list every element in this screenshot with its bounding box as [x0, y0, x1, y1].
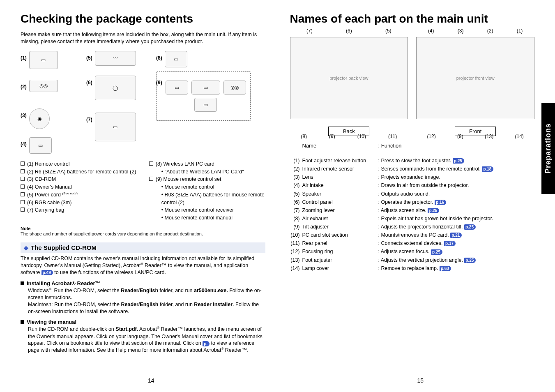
diamond-icon: ◆ [24, 244, 28, 251]
part-name: Tilt adjuster [302, 223, 378, 231]
page-ref[interactable]: p. [203, 341, 210, 346]
part-function: : Connects external devices. p.17 [378, 240, 535, 247]
page-ref[interactable]: p.25 [453, 158, 464, 164]
page-ref[interactable]: p.25 [464, 224, 476, 230]
checklist-subitem: • "About the Wireless LAN PC Card" [161, 168, 265, 176]
part-name: Lens [302, 173, 378, 181]
pkg-item-1: (1) ▭ [21, 51, 58, 69]
page-spread: Checking the package contents Please mak… [0, 0, 555, 392]
checklist-item: (3) CD-ROM [21, 175, 137, 183]
text: Viewing the manual [27, 319, 76, 325]
page-ref[interactable]: p.18 [482, 166, 493, 172]
pkg-item-9: (9) ▭ ▭ ◎◎ ▭ [156, 76, 247, 117]
page-ref[interactable]: p.63 [440, 266, 451, 271]
square-bullet-icon [21, 281, 24, 285]
part-number: (10) [290, 231, 302, 239]
intro-text: Please make sure that the following item… [21, 31, 265, 45]
part-number: (9) [290, 223, 302, 231]
callouts-bottom: (8)(9)(10)(11) [290, 134, 408, 139]
page-ref[interactable]: p.17 [444, 241, 456, 246]
checklist-item: (7) Carrying bag [21, 206, 137, 214]
part-number: (8) [290, 215, 302, 222]
part-name: Foot adjuster release button [302, 157, 378, 164]
note-heading: Note [21, 226, 265, 231]
callouts-top: (4)(3)(2)(1) [416, 28, 534, 34]
checklist-label: (3) CD-ROM [27, 175, 56, 183]
part-function: : Operates the projector. p.16 [378, 198, 535, 206]
part-function: : Mounts/removes the PC card. p.21 [378, 231, 535, 239]
checklist-label: (4) Owner's Manual [27, 183, 72, 191]
pkg-item-5: (5) 〰 [86, 51, 136, 66]
page-number: 14 [21, 377, 282, 384]
pkg-num: (9) [156, 80, 162, 85]
checklist-item: (4) Owner's Manual [21, 183, 137, 191]
checklist-item: (2) R6 (SIZE AA) batteries for remote co… [21, 168, 137, 176]
callout-number: (4) [428, 28, 434, 34]
install-heading: Installing Acrobat® Reader™ [21, 280, 265, 286]
page-ref[interactable]: p.21 [450, 233, 462, 238]
checklist-subitem: • Mouse remote control manual [161, 214, 265, 222]
part-function: : Adjusts the vertical projection angle.… [378, 256, 535, 264]
pkg-num: (7) [86, 117, 92, 122]
part-function: : Adjusts screen size. p.25 [378, 207, 535, 214]
callout-number: (13) [485, 134, 493, 139]
cdrom-body: The supplied CD-ROM contains the owner's… [21, 255, 265, 276]
part-function: : Press to stow the foot adjuster. p.25 [378, 157, 535, 164]
batteries-icon: ◎◎ [29, 80, 58, 92]
callout-number: (14) [515, 134, 523, 139]
pkg-num: (6) [86, 80, 92, 85]
callout-number: (9) [329, 134, 335, 139]
pkg-num: (5) [86, 55, 92, 61]
page-ref[interactable]: p.49 [41, 270, 53, 275]
checklist-item: (6) RGB cable (3m) [21, 199, 137, 207]
wlan-card-icon: ▭ [165, 51, 187, 67]
checkbox-icon [21, 169, 25, 173]
part-name: Rear panel [302, 240, 378, 247]
checklist-item: (5) Power cord (See note) [21, 191, 137, 199]
part-number: (7) [290, 207, 302, 214]
page-number: 15 [290, 377, 551, 384]
part-function: : Draws in air from outside the projecto… [378, 182, 535, 189]
page-ref[interactable]: p.16 [435, 200, 446, 205]
part-function: : Projects expanded image. [378, 173, 535, 181]
page-15: Names of each part on the main unit (7)(… [278, 12, 539, 384]
callout-number: (5) [385, 28, 391, 34]
part-name: Infrared remote sensor [302, 165, 378, 173]
checkbox-icon [21, 200, 25, 204]
part-number: (6) [290, 198, 302, 206]
parts-table: (1)Foot adjuster release button: Press t… [290, 157, 535, 272]
checkbox-icon [21, 184, 25, 189]
checkbox-icon [149, 161, 153, 166]
thumb-tab-preparations: Preparations [541, 103, 555, 194]
pkg-num: (8) [156, 55, 162, 61]
callout-number: (7) [306, 28, 313, 34]
checklist-col-right: (8) Wireless LAN PC card• "About the Wir… [149, 160, 265, 222]
page-ref[interactable]: p.25 [464, 258, 476, 263]
checklist-item: (1) Remote control [21, 160, 137, 168]
text: Installing Acrobat® Reader™ [27, 280, 101, 286]
page-title: Checking the package contents [21, 12, 265, 25]
callouts-bottom: (12)(9)(13)(14) [416, 134, 534, 139]
part-name: Foot adjuster [302, 256, 378, 264]
projector-front-icon: projector front view [416, 37, 534, 119]
page-ref[interactable]: p.25 [428, 208, 439, 213]
callout-number: (8) [301, 134, 307, 139]
callout-number: (11) [388, 134, 397, 139]
callout-number: (10) [357, 134, 366, 139]
pkg-item-6: (6) ◯ [86, 76, 136, 100]
cdrom-section-title: The Supplied CD-ROM [31, 244, 97, 251]
page-ref[interactable]: p.25 [431, 249, 442, 255]
page-title: Names of each part on the main unit [290, 12, 535, 25]
part-name: Zooming lever [302, 207, 378, 214]
checklist-label: (6) RGB cable (3m) [27, 199, 71, 207]
checklist-label: (9) Mouse remote control set [156, 175, 221, 183]
pkg-item-3: (3) ◉ [21, 108, 50, 129]
mouse-set-icon: ▭ ▭ ◎◎ ▭ [165, 76, 247, 117]
carrying-bag-icon: ▭ [95, 113, 136, 141]
checklist-item: (9) Mouse remote control set [149, 175, 265, 183]
part-number: (13) [290, 256, 302, 264]
part-name: Lamp cover [302, 265, 378, 272]
part-number: (11) [290, 240, 302, 247]
viewing-body: Run the CD-ROM and double-click on Start… [28, 326, 265, 354]
part-number: (1) [290, 157, 302, 164]
